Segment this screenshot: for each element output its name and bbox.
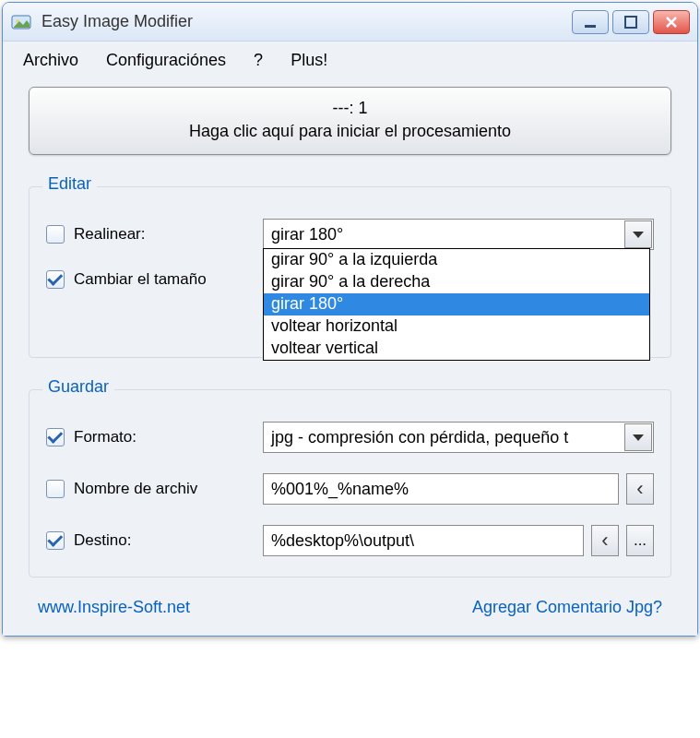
nombre-input[interactable]: %001%_%name%	[263, 473, 619, 505]
dropdown-option[interactable]: voltear horizontal	[264, 315, 649, 338]
client-area: ---: 1 Haga clic aquí para iniciar el pr…	[3, 79, 697, 636]
close-button[interactable]	[653, 10, 690, 34]
nombre-label: Nombre de archiv	[74, 480, 197, 498]
destino-reset-button[interactable]	[591, 525, 619, 556]
maximize-button[interactable]	[612, 10, 649, 34]
realinear-combo-value: girar 180°	[271, 225, 343, 244]
formato-combo-value: jpg - compresión con pérdida, pequeño t	[271, 428, 568, 447]
minimize-button[interactable]	[572, 10, 609, 34]
formato-checkbox[interactable]	[46, 428, 65, 446]
cambiar-checkbox[interactable]	[46, 270, 65, 289]
destino-input[interactable]: %desktop%\output\	[263, 525, 584, 556]
realinear-checkbox[interactable]	[46, 225, 65, 244]
dropdown-option[interactable]: girar 180°	[264, 293, 649, 315]
menu-archivo[interactable]: Archivo	[23, 51, 78, 70]
row-nombre: Nombre de archiv %001%_%name%	[46, 473, 654, 505]
chevron-down-icon	[624, 423, 652, 451]
nombre-checkbox[interactable]	[46, 480, 65, 498]
cambiar-label: Cambiar el tamaño	[74, 270, 207, 289]
process-count: ---: 1	[39, 97, 661, 120]
destino-browse-label: ...	[634, 531, 647, 550]
menu-plus[interactable]: Plus!	[291, 51, 327, 70]
group-editar: Editar Realinear: girar 180° Cambiar el …	[29, 186, 671, 358]
destino-checkbox[interactable]	[46, 531, 65, 550]
realinear-label: Realinear:	[74, 225, 146, 244]
titlebar: Easy Image Modifier	[3, 3, 697, 42]
comment-link[interactable]: Agregar Comentario Jpg?	[472, 598, 662, 617]
process-label: Haga clic aquí para iniciar el procesami…	[39, 120, 661, 143]
group-guardar-title: Guardar	[42, 377, 114, 397]
dropdown-option[interactable]: girar 90° a la izquierda	[264, 249, 649, 271]
row-realinear: Realinear: girar 180°	[46, 219, 654, 250]
destino-value: %desktop%\output\	[271, 531, 414, 551]
app-window: Easy Image Modifier Archivo Configuració…	[2, 2, 698, 637]
nombre-value: %001%_%name%	[271, 480, 409, 499]
svg-rect-2	[585, 25, 596, 28]
group-guardar: Guardar Formato: jpg - compresión con pé…	[29, 389, 671, 577]
website-link[interactable]: www.Inspire-Soft.net	[38, 598, 190, 617]
nombre-reset-button[interactable]	[626, 473, 654, 505]
group-editar-title: Editar	[42, 174, 97, 194]
app-icon	[10, 11, 32, 33]
realinear-combo[interactable]: girar 180°	[263, 219, 654, 250]
formato-label: Formato:	[74, 428, 136, 446]
row-destino: Destino: %desktop%\output\ ...	[46, 525, 654, 556]
window-title: Easy Image Modifier	[42, 12, 572, 31]
chevron-down-icon	[624, 220, 652, 248]
dropdown-option[interactable]: voltear vertical	[264, 338, 649, 360]
menu-help[interactable]: ?	[254, 51, 263, 70]
footer: www.Inspire-Soft.net Agregar Comentario …	[29, 577, 671, 623]
row-formato: Formato: jpg - compresión con pérdida, p…	[46, 422, 654, 453]
menu-configuraciones[interactable]: Configuraciónes	[106, 51, 226, 70]
destino-label: Destino:	[74, 531, 131, 550]
window-controls	[572, 10, 690, 34]
dropdown-option[interactable]: girar 90° a la derecha	[264, 271, 649, 293]
realinear-dropdown[interactable]: girar 90° a la izquierdagirar 90° a la d…	[263, 248, 650, 361]
menubar: Archivo Configuraciónes ? Plus!	[3, 42, 697, 79]
formato-combo[interactable]: jpg - compresión con pérdida, pequeño t	[263, 422, 654, 453]
svg-rect-3	[625, 17, 636, 28]
destino-browse-button[interactable]: ...	[626, 525, 654, 556]
process-button[interactable]: ---: 1 Haga clic aquí para iniciar el pr…	[29, 87, 671, 155]
